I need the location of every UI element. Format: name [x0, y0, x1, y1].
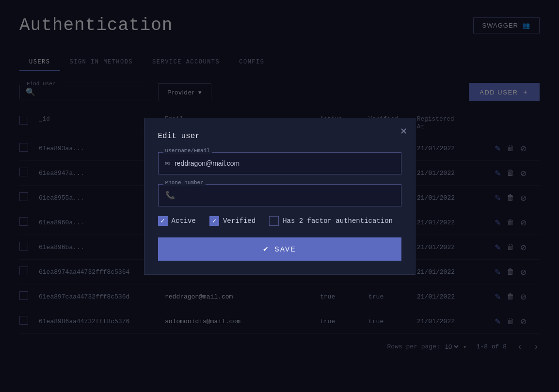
edit-user-modal: Edit user ✕ Username/Email ✉ Phone numbe…: [144, 118, 415, 275]
save-button[interactable]: ✔ SAVE: [158, 237, 401, 261]
two-factor-checkbox[interactable]: [269, 216, 279, 226]
active-label: Active: [172, 217, 196, 225]
phone-field-label: Phone number: [163, 180, 206, 186]
verified-label: Verified: [223, 217, 256, 225]
phone-field-inner: 📞: [165, 188, 394, 202]
active-checkbox[interactable]: ✓: [158, 216, 168, 226]
verified-checkbox[interactable]: ✓: [209, 216, 219, 226]
username-field-label: Username/Email: [163, 148, 212, 154]
modal-title: Edit user: [158, 132, 401, 141]
phone-field-group: Phone number 📞: [158, 184, 401, 206]
email-icon: ✉: [165, 158, 170, 168]
phone-icon: 📞: [165, 190, 175, 200]
two-factor-checkbox-item[interactable]: Has 2 factor authentication: [269, 216, 393, 226]
username-input[interactable]: [175, 157, 394, 170]
verified-checkbox-item[interactable]: ✓ Verified: [209, 216, 256, 226]
username-field-inner: ✉: [165, 157, 394, 170]
checkmark-icon: ✔: [263, 245, 270, 253]
two-factor-label: Has 2 factor authentication: [283, 217, 393, 225]
username-field-group: Username/Email ✉: [158, 152, 401, 174]
modal-close-button[interactable]: ✕: [400, 126, 407, 137]
save-label: SAVE: [274, 245, 296, 253]
phone-input[interactable]: [180, 188, 394, 202]
modal-overlay: Edit user ✕ Username/Email ✉ Phone numbe…: [0, 0, 559, 392]
active-checkbox-item[interactable]: ✓ Active: [158, 216, 196, 226]
checkboxes-row: ✓ Active ✓ Verified Has 2 factor authent…: [158, 216, 401, 226]
